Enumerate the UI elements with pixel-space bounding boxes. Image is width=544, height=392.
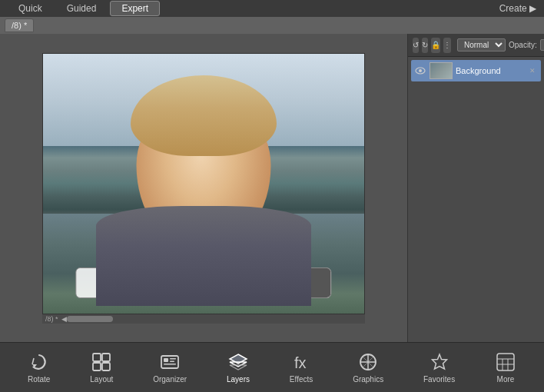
child-jacket [96,206,311,306]
opacity-value[interactable]: 100% [540,39,544,51]
panel-toolbar: ↺ ↻ 🔒 ⋮ Normal Opacity: 100% [408,34,544,57]
svg-rect-7 [161,356,178,368]
mode-tabs: Quick Guided Expert [8,1,160,16]
layer-visibility-toggle[interactable] [414,65,426,77]
favorites-tool[interactable]: Favorites [417,348,461,387]
more-label: More [497,375,515,384]
layers-icon [227,351,249,373]
layer-thumbnail [430,62,453,79]
create-button[interactable]: Create ▶ [499,3,536,14]
layout-tool[interactable]: Layout [84,348,119,387]
svg-rect-9 [170,358,176,360]
favorites-label: Favorites [423,375,455,384]
svg-rect-11 [164,364,176,365]
svg-rect-3 [93,354,101,361]
layer-close-button[interactable]: ✕ [527,65,538,76]
svg-marker-14 [230,365,247,370]
layer-thumb-image [430,63,452,78]
more-tool[interactable]: More [489,348,522,387]
top-menubar: Quick Guided Expert Create ▶ [0,0,544,17]
hscroll-thumb[interactable] [67,316,113,322]
layers-label: Layers [227,375,250,384]
organizer-tool[interactable]: Organizer [147,348,193,387]
svg-rect-8 [164,358,168,362]
main-area: Quick Guided Expert /8) * ◀ ↺ ↻ 🔒 ⋮ [0,34,544,342]
svg-rect-5 [93,363,101,370]
tab-quick[interactable]: Quick [8,2,53,15]
undo-button[interactable]: ↺ [413,38,419,53]
svg-point-1 [419,69,422,72]
graphics-icon [357,351,379,373]
svg-marker-19 [432,354,446,369]
canvas-hscrollbar[interactable]: /8) * ◀ [42,314,365,324]
layers-tool[interactable]: Layers [221,348,256,387]
tab-guided[interactable]: Guided [56,2,108,15]
svg-rect-10 [170,361,174,363]
panel-more-button[interactable]: ⋮ [443,38,451,53]
layout-icon [91,351,112,373]
canvas-image: Quick Guided Expert [42,53,365,314]
rotate-label: Rotate [28,375,50,384]
more-icon [495,351,516,373]
file-tabbar: /8) * [0,17,544,34]
svg-rect-6 [102,363,110,370]
scroll-arrow[interactable]: ◀ [61,315,67,323]
rotate-icon [28,351,50,373]
rotate-tool[interactable]: Rotate [22,348,56,387]
tab-expert[interactable]: Expert [110,1,160,16]
layers-panel: Background ✕ [408,57,544,342]
effects-icon: fx [290,351,312,373]
opacity-label: Opacity: [509,41,537,49]
effects-tool[interactable]: fx Effects [284,348,319,387]
graphics-label: Graphics [353,375,383,384]
layer-background[interactable]: Background ✕ [411,60,541,81]
favorites-icon [429,351,450,373]
canvas-wrapper: Quick Guided Expert /8) * ◀ [42,53,365,324]
layout-label: Layout [90,375,113,384]
eye-icon [415,67,426,75]
svg-text:fx: fx [294,354,307,371]
svg-rect-4 [102,354,110,361]
file-tab[interactable]: /8) * [5,18,34,32]
bottom-toolbar: Rotate Layout Organizer [0,342,544,392]
layer-name-label: Background [456,66,524,75]
effects-label: Effects [290,375,313,384]
organizer-icon [159,351,181,373]
lock-button[interactable]: 🔒 [431,38,440,53]
graphics-tool[interactable]: Graphics [347,348,390,387]
blend-mode-select[interactable]: Normal [457,38,506,51]
canvas-area: Quick Guided Expert /8) * ◀ [0,34,407,342]
redo-button[interactable]: ↻ [422,38,428,53]
scroll-label: /8) * [45,315,58,323]
organizer-label: Organizer [153,375,187,384]
right-panel: ↺ ↻ 🔒 ⋮ Normal Opacity: 100% [407,34,544,342]
svg-rect-20 [497,354,514,370]
